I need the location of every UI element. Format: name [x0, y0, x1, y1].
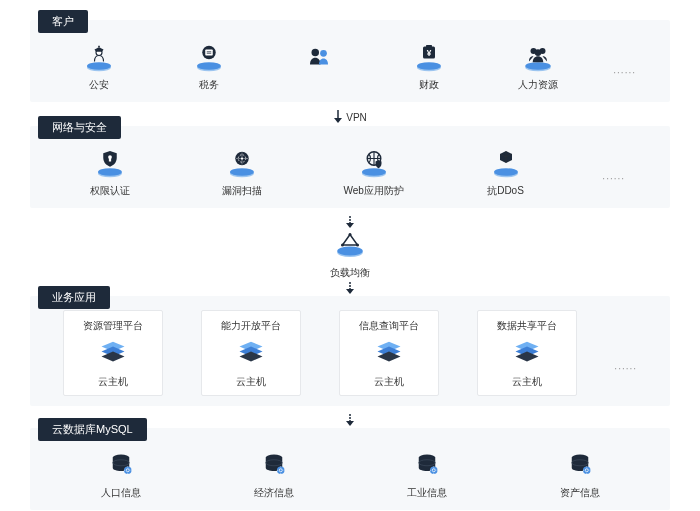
svg-point-64 — [124, 467, 132, 475]
arrow-down-icon — [333, 110, 343, 124]
cloud-host-icon — [510, 340, 544, 370]
finance-icon: ¥ — [414, 42, 444, 74]
police-icon — [84, 42, 114, 74]
svg-point-43 — [349, 233, 352, 236]
cloud-host-icon — [96, 340, 130, 370]
customer-item-blank — [284, 42, 354, 78]
db-item-economic: 经济信息 — [239, 450, 309, 500]
customer-item-hr: 人力资源 — [503, 42, 573, 92]
card-sub: 云主机 — [98, 375, 128, 389]
card-sub: 云主机 — [236, 375, 266, 389]
hr-icon — [523, 42, 553, 74]
svg-point-45 — [356, 244, 359, 247]
card-title: 资源管理平台 — [83, 319, 143, 333]
network-item-scan: 漏洞扫描 — [207, 148, 277, 198]
ddos-icon — [491, 148, 521, 180]
app-card-share: 数据共享平台 云主机 — [477, 310, 577, 396]
svg-marker-53 — [239, 352, 262, 362]
svg-text:¥: ¥ — [426, 49, 431, 58]
svg-point-44 — [341, 244, 344, 247]
database-icon — [412, 450, 442, 482]
arrow-down-icon — [345, 282, 355, 294]
card-sub: 云主机 — [512, 375, 542, 389]
app-card-resource: 资源管理平台 云主机 — [63, 310, 163, 396]
item-label: 权限认证 — [90, 184, 130, 198]
db-item-industrial: 工业信息 — [392, 450, 462, 500]
item-label: 人力资源 — [518, 78, 558, 92]
app-card-capability: 能力开放平台 云主机 — [201, 310, 301, 396]
load-balancer: 负载均衡 — [310, 230, 390, 280]
network-item-auth: 权限认证 — [75, 148, 145, 198]
svg-marker-59 — [515, 352, 538, 362]
customer-item-tax: 税务 — [174, 42, 244, 92]
more-ellipsis: ······ — [602, 163, 625, 184]
network-item-ddos: 抗DDoS — [471, 148, 541, 198]
svg-marker-47 — [346, 289, 354, 294]
app-card-query: 信息查询平台 云主机 — [339, 310, 439, 396]
item-label: Web应用防护 — [343, 184, 403, 198]
tier-label-db: 云数据库MySQL — [38, 418, 147, 441]
item-label: 经济信息 — [254, 486, 294, 500]
tier-app: 业务应用 资源管理平台 云主机 能力开放平台 云主机 信息查询平台 云主机 数据… — [30, 296, 670, 406]
tier-label-app: 业务应用 — [38, 286, 110, 309]
card-title: 数据共享平台 — [497, 319, 557, 333]
database-icon — [259, 450, 289, 482]
item-label: 公安 — [89, 78, 109, 92]
waf-icon — [359, 148, 389, 180]
svg-point-28 — [230, 168, 254, 176]
cloud-host-icon — [234, 340, 268, 370]
item-label: 财政 — [419, 78, 439, 92]
svg-marker-61 — [346, 421, 354, 426]
svg-point-1 — [87, 62, 111, 70]
scan-icon — [227, 148, 257, 180]
svg-point-24 — [98, 168, 122, 176]
vpn-label: VPN — [346, 112, 367, 123]
app-row: 资源管理平台 云主机 能力开放平台 云主机 信息查询平台 云主机 数据共享平台 — [44, 304, 656, 396]
tier-customer: 客户 公安 税务 ¥ 财政 — [30, 20, 670, 102]
svg-point-20 — [535, 49, 542, 56]
item-label: 资产信息 — [560, 486, 600, 500]
more-ellipsis: ······ — [614, 333, 637, 374]
customer-row: 公安 税务 ¥ 财政 人力资源 ······ — [44, 28, 656, 92]
db-row: 人口信息 经济信息 工业信息 资产信息 — [44, 436, 656, 500]
people-icon — [304, 42, 334, 74]
item-label: 漏洞扫描 — [222, 184, 262, 198]
item-label: 工业信息 — [407, 486, 447, 500]
network-row: 权限认证 漏洞扫描 Web应用防护 抗DDoS ······ — [44, 134, 656, 198]
card-title: 能力开放平台 — [221, 319, 281, 333]
svg-point-72 — [430, 467, 438, 475]
svg-point-9 — [311, 49, 319, 57]
item-label: 人口信息 — [101, 486, 141, 500]
svg-point-38 — [494, 168, 518, 176]
network-item-waf: Web应用防护 — [339, 148, 409, 198]
lb-label: 负载均衡 — [330, 266, 370, 280]
tax-icon — [194, 42, 224, 74]
connector-2 — [30, 282, 670, 294]
item-label: 税务 — [199, 78, 219, 92]
connector-1 — [30, 216, 670, 228]
svg-point-4 — [197, 62, 221, 70]
item-label: 抗DDoS — [487, 184, 524, 198]
svg-point-17 — [526, 62, 552, 70]
svg-marker-50 — [101, 352, 124, 362]
customer-item-finance: ¥ 财政 — [394, 42, 464, 92]
more-ellipsis: ······ — [613, 57, 636, 78]
svg-rect-14 — [426, 45, 432, 47]
svg-point-35 — [362, 168, 386, 176]
tier-network: 网络与安全 权限认证 漏洞扫描 Web应用防护 抗DDoS ······ — [30, 126, 670, 208]
cloud-host-icon — [372, 340, 406, 370]
load-balancer-icon — [335, 230, 365, 262]
arrow-down-icon — [345, 216, 355, 228]
svg-marker-56 — [377, 352, 400, 362]
db-item-asset: 资产信息 — [545, 450, 615, 500]
card-sub: 云主机 — [374, 375, 404, 389]
connector-vpn: VPN — [30, 110, 670, 124]
svg-marker-40 — [346, 223, 354, 228]
customer-item-police: 公安 — [64, 42, 134, 92]
tier-label-customer: 客户 — [38, 10, 88, 33]
database-icon — [106, 450, 136, 482]
svg-point-76 — [583, 467, 591, 475]
svg-marker-22 — [334, 118, 342, 123]
db-item-population: 人口信息 — [86, 450, 156, 500]
tier-db: 云数据库MySQL 人口信息 经济信息 工业信息 资产信息 — [30, 428, 670, 510]
